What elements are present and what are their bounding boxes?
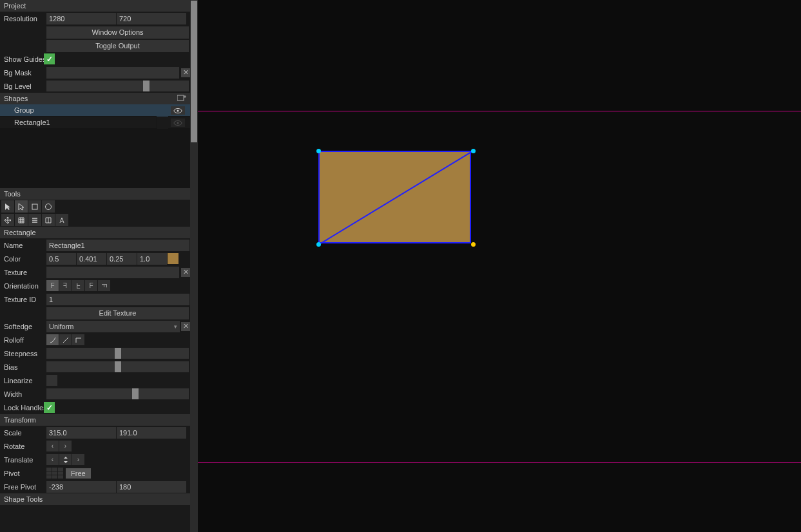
pivot-grid[interactable] [46,468,63,479]
rotate-left-button[interactable]: ‹ [46,441,59,451]
resolution-row: Resolution [0,12,190,25]
tool-cols-icon[interactable] [42,214,55,226]
orientation-4-button[interactable]: F [85,280,97,291]
show-guides-row: Show Guides ✓ [0,52,190,66]
rolloff-curve1-icon[interactable] [46,334,59,345]
edit-texture-button[interactable]: Edit Texture [46,307,189,319]
tool-rect-icon[interactable] [28,200,41,213]
softedge-dropdown[interactable]: Uniform ▾ [46,321,180,332]
shape-tree-rectangle1[interactable]: Rectangle1 [0,117,190,129]
bg-level-slider[interactable] [46,81,189,91]
show-guides-checkbox[interactable]: ✓ [44,53,55,64]
toggle-output-button[interactable]: Toggle Output [46,40,189,52]
orientation-1-button[interactable]: F [46,280,59,291]
bg-mask-input[interactable] [46,67,179,79]
texture-label: Texture [0,269,46,276]
softedge-clear-button[interactable]: ✕ [181,322,190,331]
bg-mask-label: Bg Mask [0,69,46,77]
chevron-down-icon: ▾ [174,323,177,330]
steepness-label: Steepness [0,350,46,357]
handle-top-right[interactable] [471,149,476,153]
orientation-3-button[interactable]: F [72,280,84,291]
tool-ellipse-icon[interactable] [42,200,55,213]
svg-point-2 [177,109,179,111]
texture-input[interactable] [46,267,179,278]
tool-select-icon[interactable] [15,200,28,213]
texture-id-label: Texture ID [0,296,46,303]
lock-handles-checkbox[interactable]: ✓ [44,402,55,413]
texture-clear-button[interactable]: ✕ [181,268,190,277]
bg-level-row: Bg Level [0,79,190,93]
translate-right-button[interactable]: › [72,454,84,465]
softedge-row: Softedge Uniform ▾ ✕ [0,319,190,333]
visibility-toggle-group[interactable] [171,106,185,115]
orientation-2-button[interactable]: F [59,280,72,291]
pivot-free-button[interactable]: Free [66,468,91,479]
free-pivot-row: Free Pivot [0,480,190,493]
bg-mask-clear-button[interactable]: ✕ [181,68,190,77]
tool-pen-icon[interactable] [55,214,68,226]
guide-bottom [198,462,801,463]
project-header: Project [0,0,190,12]
rotate-right-button[interactable]: › [59,441,72,451]
bias-slider[interactable] [46,361,189,372]
pivot-row: Pivot Free [0,466,190,480]
pivot-label: Pivot [0,470,46,477]
rolloff-curve3-icon[interactable] [72,334,84,345]
translate-updown-button[interactable] [59,454,72,465]
color-r-input[interactable] [46,253,76,265]
steepness-slider[interactable] [46,348,189,359]
free-pivot-x-input[interactable] [46,481,116,493]
canvas-viewport[interactable] [198,0,801,532]
width-label: Width [0,390,46,398]
tool-rows-icon[interactable] [28,214,41,226]
name-input[interactable] [46,240,189,251]
orientation-5-button[interactable]: F [98,280,110,291]
scale-y-input[interactable] [117,427,186,439]
shape-tools-header: Shape Tools [0,493,190,505]
shape-tree-empty [0,129,190,188]
free-pivot-y-input[interactable] [117,481,186,493]
bg-mask-row: Bg Mask ✕ [0,66,190,79]
tool-pointer-icon[interactable] [1,200,14,213]
rotate-row: Rotate ‹ › [0,439,190,453]
softedge-value: Uniform [49,323,74,330]
softedge-label: Softedge [0,323,46,330]
handle-top-left[interactable] [316,149,321,153]
rolloff-curve2-icon[interactable] [59,334,72,345]
handle-bottom-right[interactable] [471,242,476,247]
canvas-rectangle[interactable] [318,151,471,243]
color-b-input[interactable] [107,253,137,265]
texture-id-input[interactable] [46,294,189,305]
linearize-checkbox[interactable]: ✓ [46,375,57,386]
scale-x-input[interactable] [46,427,116,439]
add-shape-icon[interactable] [177,94,186,102]
name-label: Name [0,242,46,249]
sidebar-scrollbar[interactable] [190,0,198,532]
color-a-input[interactable] [137,253,167,265]
scrollbar-thumb[interactable] [191,1,197,142]
resolution-width-input[interactable] [46,13,116,24]
shapes-header-label: Shapes [4,95,28,102]
tool-move-icon[interactable] [1,214,14,226]
color-swatch[interactable] [168,253,179,264]
shape-tree-group[interactable]: Group [0,104,190,117]
translate-left-button[interactable]: ‹ [46,454,59,465]
tree-item-label: Group [14,106,34,114]
visibility-toggle-rect1[interactable] [171,119,185,127]
resolution-height-input[interactable] [117,13,186,24]
bias-label: Bias [0,363,46,371]
shapes-header: Shapes [0,93,190,104]
color-g-input[interactable] [77,253,106,265]
width-slider[interactable] [46,388,189,399]
color-label: Color [0,255,46,263]
sidebar: Project Resolution Window Options Toggle… [0,0,190,532]
window-options-button[interactable]: Window Options [46,26,189,39]
handle-bottom-left[interactable] [316,242,321,247]
rectangle-header: Rectangle [0,227,190,238]
scale-row: Scale [0,426,190,439]
translate-row: Translate ‹ › [0,453,190,466]
svg-point-4 [177,122,179,124]
svg-rect-0 [177,95,184,100]
tool-grid-icon[interactable] [15,214,28,226]
